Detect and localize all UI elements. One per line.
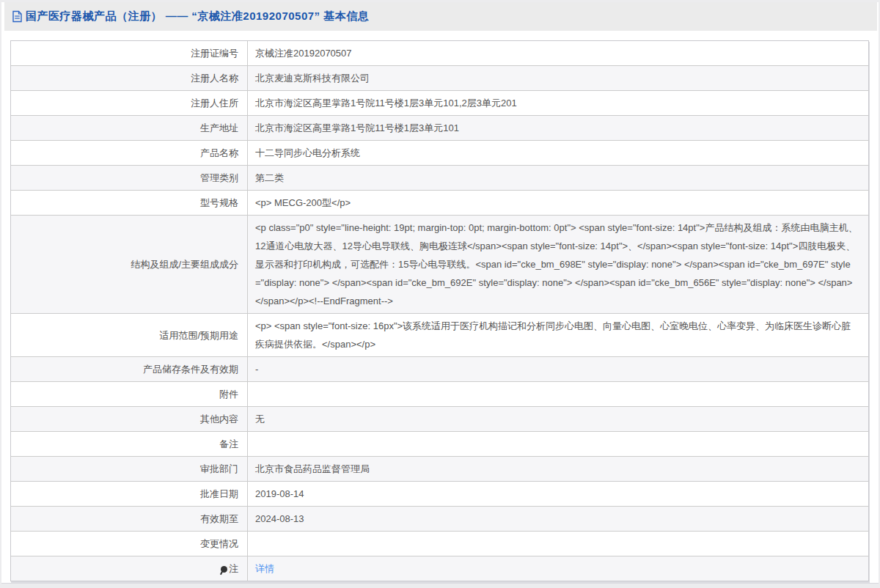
row-value bbox=[248, 382, 869, 407]
table-row: 产品名称十二导同步心电分析系统 bbox=[11, 141, 869, 166]
table-row: 注册人住所北京市海淀区高里掌路1号院11号楼1层3单元101,2层3单元201 bbox=[11, 91, 869, 116]
table-row: 注册人名称北京麦迪克斯科技有限公司 bbox=[11, 66, 869, 91]
page-title: 国产医疗器械产品（注册） —— “京械注准20192070507” 基本信息 bbox=[26, 10, 369, 23]
table-row: 审批部门北京市食品药品监督管理局 bbox=[11, 457, 869, 482]
row-value: 2024-08-13 bbox=[248, 507, 869, 532]
row-value bbox=[248, 532, 869, 556]
row-value: 详情 bbox=[248, 556, 869, 581]
table-row: 产品储存条件及有效期- bbox=[11, 357, 869, 382]
row-value: <p> <span style="font-size: 16px">该系统适用于… bbox=[248, 314, 869, 357]
row-value bbox=[248, 432, 869, 457]
row-value: - bbox=[248, 357, 869, 382]
row-label: 批准日期 bbox=[11, 482, 248, 507]
table-row: 有效期至2024-08-13 bbox=[11, 507, 869, 532]
table-row: 注详情 bbox=[11, 556, 869, 581]
table-row: 生产地址北京市海淀区高里掌路1号院11号楼1层3单元101 bbox=[11, 116, 869, 141]
row-label: 产品名称 bbox=[11, 141, 248, 166]
row-label: 管理类别 bbox=[11, 166, 248, 191]
table-row: 型号规格<p> MECG-200型</p> bbox=[11, 191, 869, 216]
row-label: 注册人住所 bbox=[11, 91, 248, 116]
table-row: 其他内容无 bbox=[11, 407, 869, 432]
row-label: 审批部门 bbox=[11, 457, 248, 482]
row-label: 生产地址 bbox=[11, 116, 248, 141]
row-value: 北京市海淀区高里掌路1号院11号楼1层3单元101,2层3单元201 bbox=[248, 91, 869, 116]
row-value: 十二导同步心电分析系统 bbox=[248, 141, 869, 166]
page-header: 国产医疗器械产品（注册） —— “京械注准20192070507” 基本信息 bbox=[4, 2, 877, 31]
table-row: 适用范围/预期用途<p> <span style="font-size: 16p… bbox=[11, 314, 869, 357]
row-label: 注册人名称 bbox=[11, 66, 248, 91]
info-table: 注册证编号京械注准20192070507注册人名称北京麦迪克斯科技有限公司注册人… bbox=[10, 40, 869, 581]
row-label: 有效期至 bbox=[11, 507, 248, 532]
row-label: 变更情况 bbox=[11, 532, 248, 556]
row-label: 产品储存条件及有效期 bbox=[11, 357, 248, 382]
bulb-icon bbox=[221, 566, 227, 573]
row-value: 北京市海淀区高里掌路1号院11号楼1层3单元101 bbox=[248, 116, 869, 141]
table-row: 备注 bbox=[11, 432, 869, 457]
row-value: 北京麦迪克斯科技有限公司 bbox=[248, 66, 869, 91]
document-icon bbox=[12, 10, 23, 23]
detail-link[interactable]: 详情 bbox=[255, 563, 274, 574]
row-label: 附件 bbox=[11, 382, 248, 407]
info-table-body: 注册证编号京械注准20192070507注册人名称北京麦迪克斯科技有限公司注册人… bbox=[11, 41, 869, 581]
row-value: 2019-08-14 bbox=[248, 482, 869, 507]
table-row: 结构及组成/主要组成成分<p class="p0" style="line-he… bbox=[11, 216, 869, 314]
table-row: 注册证编号京械注准20192070507 bbox=[11, 41, 869, 66]
row-label: 型号规格 bbox=[11, 191, 248, 216]
row-value: 无 bbox=[248, 407, 869, 432]
table-row: 批准日期2019-08-14 bbox=[11, 482, 869, 507]
row-label: 适用范围/预期用途 bbox=[11, 314, 248, 357]
row-value: 北京市食品药品监督管理局 bbox=[248, 457, 869, 482]
row-label: 结构及组成/主要组成成分 bbox=[11, 216, 248, 314]
row-value: <p class="p0" style="line-height: 19pt; … bbox=[248, 216, 869, 314]
table-row: 附件 bbox=[11, 382, 869, 407]
row-label: 备注 bbox=[11, 432, 248, 457]
row-label: 其他内容 bbox=[11, 407, 248, 432]
table-row: 管理类别第二类 bbox=[11, 166, 869, 191]
row-value: <p> MECG-200型</p> bbox=[248, 191, 869, 216]
row-label: 注册证编号 bbox=[11, 41, 248, 66]
content-card: 国产医疗器械产品（注册） —— “京械注准20192070507” 基本信息 注… bbox=[1, 2, 879, 584]
table-row: 变更情况 bbox=[11, 532, 869, 556]
row-label: 注 bbox=[11, 556, 248, 581]
row-value: 第二类 bbox=[248, 166, 869, 191]
row-value: 京械注准20192070507 bbox=[248, 41, 869, 66]
